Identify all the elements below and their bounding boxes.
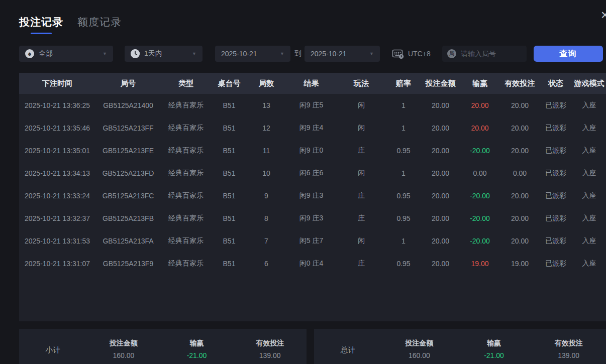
cell-bet: 20.00 [422, 192, 459, 200]
summary-group-value: 139.00 [531, 351, 606, 359]
start-date-picker[interactable]: 2025-10-21 ▼ [215, 46, 290, 62]
column-header: 投注金额 [422, 79, 459, 88]
cell-bet: 20.00 [422, 147, 459, 155]
cell-table_no: B51 [211, 214, 247, 222]
chevron-down-icon: ▼ [192, 51, 196, 56]
cell-games: 12 [247, 124, 285, 132]
cell-mode: 入座 [572, 214, 606, 223]
tab-quota-records[interactable]: 额度记录 [77, 15, 122, 35]
cell-status: 已派彩 [539, 169, 572, 178]
cell-table_no: B51 [211, 260, 247, 268]
cell-status: 已派彩 [539, 146, 572, 155]
time-range-select[interactable]: 1天内 ▼ [125, 46, 203, 62]
cell-winloss: 0.00 [459, 169, 500, 177]
summary-group-value: 160.00 [382, 351, 457, 359]
cell-time: 2025-10-21 13:36:25 [19, 101, 95, 109]
cell-odds: 1 [385, 237, 422, 245]
cell-mode: 入座 [572, 259, 606, 268]
cell-bet: 20.00 [422, 214, 459, 222]
cell-games: 13 [247, 101, 285, 109]
cell-type: 经典百家乐 [161, 101, 211, 110]
spade-icon: ♠ [25, 49, 34, 58]
column-header: 桌台号 [211, 79, 247, 88]
cell-winloss: 19.00 [459, 260, 500, 268]
cell-round_id: GB5125A213FE [95, 147, 161, 155]
summary-group: 输赢-21.00 [457, 339, 532, 359]
summary-group: 有效投注139.00 [531, 339, 606, 359]
filter-bar: ♠ 全部 ▼ 1天内 ▼ 2025-10-21 ▼ 到 2025-10-21 ▼ [0, 46, 606, 62]
table-row: 2025-10-21 13:31:07GB5125A213F9经典百家乐B516… [19, 252, 606, 275]
cell-games: 7 [247, 237, 285, 245]
cell-table_no: B51 [211, 169, 247, 177]
cell-time: 2025-10-21 13:31:53 [19, 237, 95, 245]
cell-play: 庄 [337, 191, 385, 200]
cell-winloss: -20.00 [459, 192, 500, 200]
active-tab-underline [31, 33, 52, 34]
cell-table_no: B51 [211, 192, 247, 200]
game-type-select[interactable]: ♠ 全部 ▼ [19, 46, 113, 62]
cell-status: 已派彩 [539, 259, 572, 268]
summary-group: 投注金额160.00 [382, 339, 457, 359]
cell-valid: 20.00 [500, 147, 539, 155]
betting-records-page: × 投注记录 额度记录 ♠ 全部 ▼ 1天内 ▼ 2025-10-21 ▼ 到 [0, 0, 606, 364]
table-row: 2025-10-21 13:31:53GB5125A213FA经典百家乐B517… [19, 229, 606, 252]
start-date-value: 2025-10-21 [221, 50, 276, 58]
cell-time: 2025-10-21 13:32:37 [19, 214, 95, 222]
chevron-down-icon: ▼ [280, 51, 284, 56]
cell-result: 闲9 庄4 [285, 124, 337, 133]
cell-play: 庄 [337, 259, 385, 268]
summary-group-label: 投注金额 [87, 339, 160, 348]
cell-valid: 20.00 [500, 101, 539, 109]
summary-group-label: 输赢 [160, 339, 234, 348]
cell-winloss: -20.00 [459, 147, 500, 155]
cell-odds: 0.95 [385, 214, 422, 222]
cell-winloss: -20.00 [459, 237, 500, 245]
query-button[interactable]: 查询 [534, 46, 603, 62]
table-row: 2025-10-21 13:34:13GB5125A213FD经典百家乐B511… [19, 162, 606, 184]
cell-odds: 0.95 [385, 192, 422, 200]
cell-odds: 0.95 [385, 147, 422, 155]
cell-games: 11 [247, 147, 285, 155]
cell-games: 6 [247, 260, 285, 268]
tab-label: 投注记录 [19, 16, 63, 28]
cell-result: 闲0 庄4 [285, 259, 337, 268]
table-row: 2025-10-21 13:32:37GB5125A213FB经典百家乐B518… [19, 207, 606, 229]
cell-bet: 20.00 [422, 169, 459, 177]
cell-play: 闲 [337, 101, 385, 110]
round-number-input[interactable] [461, 50, 522, 58]
end-date-picker[interactable]: 2025-10-21 ▼ [305, 46, 380, 62]
cell-result: 闲9 庄3 [285, 214, 337, 223]
date-range-to-label: 到 [293, 46, 303, 62]
cell-bet: 20.00 [422, 101, 459, 109]
cell-type: 经典百家乐 [161, 124, 211, 133]
cell-time: 2025-10-21 13:35:46 [19, 124, 95, 132]
cell-status: 已派彩 [539, 191, 572, 200]
cell-time: 2025-10-21 13:33:24 [19, 192, 95, 200]
summary-group-label: 有效投注 [531, 339, 606, 348]
tab-betting-records[interactable]: 投注记录 [19, 15, 63, 35]
cell-odds: 0.95 [385, 260, 422, 268]
cell-mode: 入座 [572, 191, 606, 200]
cell-winloss: 20.00 [459, 101, 500, 109]
column-header: 输赢 [459, 79, 500, 88]
cell-status: 已派彩 [539, 214, 572, 223]
column-header: 下注时间 [19, 79, 95, 88]
summary-group-label: 投注金额 [382, 339, 457, 348]
column-header: 状态 [539, 79, 572, 88]
table-row: 2025-10-21 13:33:24GB5125A213FC经典百家乐B519… [19, 184, 606, 207]
cell-result: 闲9 庄3 [285, 191, 337, 200]
cell-winloss: -20.00 [459, 214, 500, 222]
cell-play: 闲 [337, 124, 385, 133]
summary-group-value: 160.00 [87, 351, 160, 359]
cell-mode: 入座 [572, 146, 606, 155]
cell-result: 闲9 庄5 [285, 101, 337, 110]
cell-round_id: GB5125A213F9 [95, 260, 161, 268]
cell-round_id: GB5125A21400 [95, 101, 161, 109]
cell-valid: 20.00 [500, 192, 539, 200]
close-icon[interactable]: × [601, 8, 606, 22]
round-number-field: 局 [442, 46, 527, 62]
cell-round_id: GB5125A213FB [95, 214, 161, 222]
table-body: 2025-10-21 13:36:25GB5125A21400经典百家乐B511… [19, 94, 606, 275]
cell-round_id: GB5125A213FD [95, 169, 161, 177]
summary-group: 输赢-21.00 [160, 339, 234, 359]
